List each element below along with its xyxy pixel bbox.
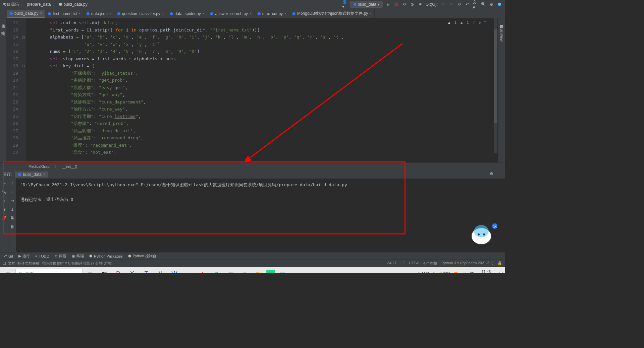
status-message[interactable]: 文档: 翻译文档失败: 网络连接超时 // 切换翻译引擎 (7 分钟 之前) <box>8 261 387 266</box>
close-icon[interactable]: × <box>109 12 111 15</box>
wrench-icon[interactable]: 🔧 <box>1 189 7 195</box>
gear-icon[interactable]: ⚙ <box>489 171 494 177</box>
editor-tab[interactable]: ⬢max_cut.py× <box>255 10 289 17</box>
code-line[interactable]: '医保疾病': 'yibao_status', <box>29 70 498 77</box>
code-line[interactable]: 'u', 'v', 'w', 'x', 'y', 'z'] <box>29 41 498 48</box>
code-editor[interactable]: 12131415161718192021222324252627282930 s… <box>7 18 498 162</box>
code-line[interactable]: '药品推荐': 'recommand_drug', <box>29 134 498 142</box>
code-line[interactable]: "治愈率": "cured_prob", <box>29 120 498 127</box>
stop-button[interactable]: ■ <box>418 2 423 7</box>
layout-icon[interactable]: ⊞ <box>1 207 7 212</box>
pin-icon[interactable]: 📌 <box>1 215 7 221</box>
git-tool-button[interactable]: ⎇ Git <box>3 254 13 258</box>
git-history-icon[interactable]: ⟲ <box>457 2 462 7</box>
git-update-icon[interactable]: ✓ <box>440 2 446 7</box>
wechat-icon[interactable]: ◉ <box>210 268 223 273</box>
sciview-tool-button[interactable]: SciView <box>500 28 504 42</box>
code-line[interactable]: self.col = self.db['data'] <box>29 19 498 26</box>
start-button[interactable]: ⊞ <box>1 268 15 273</box>
code-line[interactable]: '药品明细': 'drug_detail', <box>29 127 498 135</box>
run-tool-button[interactable]: ▶ 运行 <box>18 254 30 259</box>
profile-button[interactable]: ⊙ <box>410 2 415 7</box>
breadcrumb-class[interactable]: MedicalGraph <box>29 164 51 168</box>
editor-tab[interactable]: ⬢answer_search.py× <box>207 10 254 17</box>
onenote-icon[interactable]: N <box>154 268 167 273</box>
user-icon[interactable]: 👤▾ <box>342 2 347 7</box>
explorer-icon[interactable]: 📁 <box>252 268 266 273</box>
left-tool-stripe[interactable]: 项目 提交 <box>0 18 7 162</box>
git-commit-icon[interactable]: ✓ <box>448 2 454 7</box>
menu-icon[interactable]: ☐ <box>3 261 6 266</box>
inspections-widget[interactable]: ▲1 ▲1 ✓5 ˄˅ <box>447 20 488 25</box>
clock-time[interactable]: 11:46 <box>477 270 495 273</box>
code-breadcrumbs[interactable]: MedicalGraph 〉 __init__() <box>0 162 505 170</box>
app-icon[interactable]: ▦ <box>276 268 289 273</box>
close-icon[interactable]: × <box>78 12 80 15</box>
code-line[interactable]: "患病比例": "get_prob", <box>29 77 498 84</box>
code-line[interactable]: first_words = [i.strip() for i in open(o… <box>29 26 498 34</box>
code-line[interactable]: alphabets = ['a', 'b', 'c', 'd', 'e', 'f… <box>29 33 498 41</box>
task-view-icon[interactable]: ⊡ <box>83 268 97 273</box>
word-icon[interactable]: W <box>168 268 181 273</box>
fold-icon[interactable] <box>22 65 25 67</box>
minimize-icon[interactable]: — <box>497 171 502 177</box>
stop-button[interactable]: ■ <box>1 198 7 203</box>
scroll-to-end-icon[interactable]: ⤓ <box>10 207 15 212</box>
close-icon[interactable]: × <box>284 12 286 15</box>
pycharm-icon[interactable]: PC <box>266 270 275 273</box>
editor-tab[interactable]: ⬢build_data.py× <box>7 10 45 18</box>
run-button[interactable]: ▶ <box>385 2 391 7</box>
line-separator[interactable]: LF <box>400 261 405 266</box>
excel-icon[interactable]: X <box>125 268 139 273</box>
run-console-output[interactable]: "D:\PyCharm 2021.2.1\venv\Scripts\python… <box>16 179 505 252</box>
soft-wrap-icon[interactable]: ⇥ <box>10 198 15 203</box>
chevron-up-down-icon[interactable]: ˄˅ <box>484 20 488 25</box>
editor-tab[interactable]: ⬢data.json× <box>84 10 114 17</box>
settings-icon[interactable]: ⚙ <box>489 2 494 7</box>
code-line[interactable]: '推荐': 'recommand_eat', <box>29 142 498 149</box>
python-interpreter[interactable]: Python 3.9 (PyCharm 2021.2.1) <box>441 261 493 266</box>
python-console-button[interactable]: ⬢ Python 控制台 <box>128 254 156 259</box>
editor-tab[interactable]: ⬢MongoDB数据转为json格式数据文件.py× <box>289 9 375 18</box>
print-icon[interactable]: 🖶 <box>10 215 15 221</box>
search-icon[interactable]: 🔍 <box>481 2 486 7</box>
notification-icon[interactable]: 💬 <box>499 272 503 273</box>
app-icon[interactable]: ◧ <box>97 268 111 273</box>
up-arrow-icon[interactable]: ↑ <box>10 181 15 186</box>
app-icon[interactable]: ▦ <box>224 268 237 273</box>
terminal-tool-button[interactable]: ▣ 终端 <box>72 254 84 259</box>
editor-tab[interactable]: ⬢data_spider.py× <box>167 10 208 17</box>
problems-tool-button[interactable]: ⊘ 问题 <box>55 254 66 259</box>
down-arrow-icon[interactable]: ↓ <box>10 189 15 195</box>
breadcrumb-folder[interactable]: prepare_data <box>27 2 51 7</box>
code-line[interactable]: "传染方式": "get_way", <box>29 91 498 98</box>
rerun-button[interactable]: ▶ <box>1 181 7 186</box>
fold-icon[interactable] <box>22 36 25 39</box>
code-line[interactable]: "治疗方式": "cure_way", <box>29 106 498 113</box>
windows-search[interactable]: 🔍 搜索 <box>15 269 83 273</box>
weather-widget[interactable]: ☀ 22°C <box>417 272 430 273</box>
close-icon[interactable]: × <box>40 11 42 15</box>
code-line[interactable]: nums = ['1', '2', '3', '4', '5', '6', '7… <box>29 48 498 55</box>
indent-setting[interactable]: 4 个空格 <box>423 261 437 266</box>
volume-icon[interactable]: 🔊 <box>462 272 467 273</box>
git-rollback-icon[interactable]: ↶ <box>465 2 470 7</box>
coverage-button[interactable]: ⟲ <box>401 2 407 7</box>
breadcrumb-file[interactable]: build_data.py <box>63 2 87 7</box>
code-line[interactable]: "治疗周期": "cure_lasttime", <box>29 113 498 120</box>
run-configuration-selector[interactable]: ⬢ build_data ▾ <box>350 1 383 8</box>
tray-chevron-icon[interactable]: ˄ <box>433 272 435 273</box>
breadcrumb[interactable]: 项目源码 〉 prepare_data 〉 ⬢ build_data.py <box>3 2 342 7</box>
code-line[interactable]: "就诊科室": "cure_department", <box>29 98 498 106</box>
close-icon[interactable]: × <box>370 12 372 15</box>
run-tab[interactable]: ⬢ build_data × <box>15 171 48 178</box>
teams-icon[interactable]: T <box>140 268 153 273</box>
app-icon[interactable]: ○ <box>182 268 195 273</box>
powerpoint-icon[interactable]: P <box>111 268 125 273</box>
close-icon[interactable]: × <box>203 12 205 15</box>
code-line[interactable]: '忌食': 'not_eat', <box>29 149 498 156</box>
code-line[interactable]: self.stop_words = first_words + alphabet… <box>29 55 498 63</box>
lock-icon[interactable]: 🔒 <box>497 261 502 266</box>
scrollbar-thumb[interactable] <box>494 29 497 123</box>
editor-tab[interactable]: ⬢first_name.txt× <box>45 10 84 17</box>
